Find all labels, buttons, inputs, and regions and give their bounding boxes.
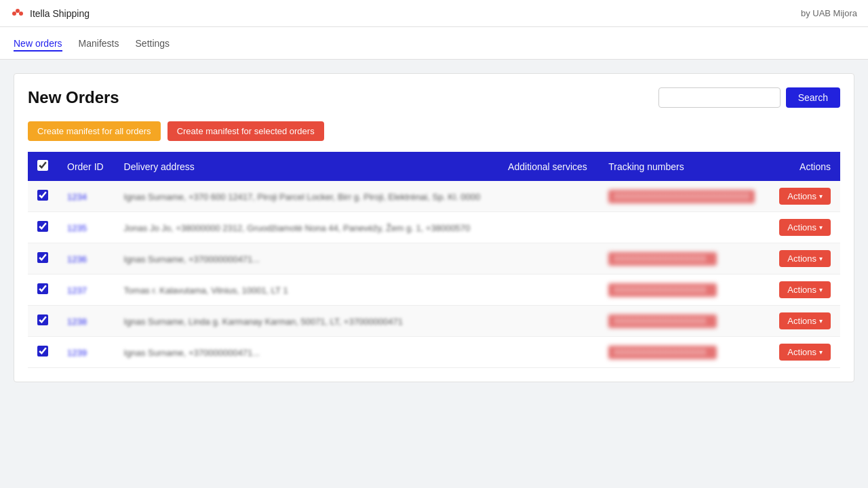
row-checkbox[interactable] xyxy=(37,314,48,325)
caret-icon: ▾ xyxy=(819,192,823,200)
create-manifest-all-button[interactable]: Create manifest for all orders xyxy=(28,121,161,141)
select-all-checkbox[interactable] xyxy=(37,160,48,171)
caret-icon: ▾ xyxy=(819,224,823,231)
orders-table: Order ID Delivery address Additional ser… xyxy=(28,152,840,368)
delivery-address-cell: Ignas Surname, +370 600 12417, Piroji Pa… xyxy=(115,181,499,212)
additional-services-cell xyxy=(498,243,599,274)
caret-icon: ▾ xyxy=(819,286,823,293)
header-order-id: Order ID xyxy=(58,152,115,181)
tracking-number-badge: XXXXXXXXXXXXXXXXX xyxy=(608,314,717,328)
nav-settings[interactable]: Settings xyxy=(136,35,170,52)
actions-button[interactable]: Actions ▾ xyxy=(779,281,831,298)
actions-button[interactable]: Actions ▾ xyxy=(779,250,831,267)
actions-cell: Actions ▾ xyxy=(768,274,840,306)
action-buttons: Create manifest for all orders Create ma… xyxy=(28,121,840,141)
additional-services-cell xyxy=(498,274,599,306)
actions-label: Actions xyxy=(787,222,816,232)
actions-label: Actions xyxy=(787,347,816,357)
order-id-cell: 1239 xyxy=(58,337,115,368)
svg-point-2 xyxy=(19,12,23,16)
order-id-link[interactable]: 1235 xyxy=(67,223,87,233)
actions-label: Actions xyxy=(787,253,816,264)
tracking-number-badge: XXXXXXXXXXXXXXXXX xyxy=(608,283,717,297)
tracking-numbers-cell: XXXXXXXXXXXXXXXXX xyxy=(599,243,768,274)
order-id-cell: 1234 xyxy=(58,181,115,212)
table-row: 1235 Jonas Jo Jo, +38000000 2312, Gruodž… xyxy=(28,212,840,243)
order-id-link[interactable]: 1237 xyxy=(67,285,87,296)
order-id-link[interactable]: 1239 xyxy=(67,348,87,358)
row-checkbox[interactable] xyxy=(37,252,48,263)
navbar: New orders Manifests Settings xyxy=(0,27,868,60)
brand-icon xyxy=(11,7,24,20)
delivery-address: Tomas r. Kalavutama, Vilnius, 10001, LT … xyxy=(124,285,288,296)
brand-name: Itella Shipping xyxy=(30,8,90,19)
header-actions: Actions xyxy=(768,152,840,181)
header-checkbox-cell xyxy=(28,152,58,181)
additional-services-cell xyxy=(498,337,599,368)
table-row: 1236 Ignas Surname, +370000000471... XXX… xyxy=(28,243,840,274)
order-id-link[interactable]: 1238 xyxy=(67,317,87,327)
additional-services-cell xyxy=(498,181,599,212)
header-tracking-numbers: Tracking numbers xyxy=(599,152,768,181)
tracking-number-badge: XXXXXXXXXXXXXXXXXXXXXXXXX xyxy=(608,190,755,203)
table-row: 1234 Ignas Surname, +370 600 12417, Piro… xyxy=(28,181,840,212)
main-content: New Orders Search Create manifest for al… xyxy=(0,60,868,396)
additional-services-cell xyxy=(498,306,599,337)
delivery-address: Ignas Surname, +370 600 12417, Piroji Pa… xyxy=(124,192,481,202)
search-input[interactable] xyxy=(658,87,781,108)
brand: Itella Shipping xyxy=(11,7,90,20)
content-header: New Orders Search xyxy=(28,87,840,108)
tracking-numbers-cell: XXXXXXXXXXXXXXXXX xyxy=(599,306,768,337)
row-checkbox[interactable] xyxy=(37,283,48,294)
caret-icon: ▾ xyxy=(819,348,823,356)
svg-point-1 xyxy=(16,9,20,13)
actions-cell: Actions ▾ xyxy=(768,181,840,212)
row-checkbox-cell xyxy=(28,212,58,243)
search-area: Search xyxy=(658,87,840,108)
tracking-numbers-cell: XXXXXXXXXXXXXXXXX xyxy=(599,274,768,306)
create-manifest-selected-button[interactable]: Create manifest for selected orders xyxy=(167,121,324,141)
row-checkbox-cell xyxy=(28,243,58,274)
delivery-address-cell: Ignas Surname, +370000000471... xyxy=(115,337,499,368)
header-delivery-address: Delivery address xyxy=(115,152,499,181)
row-checkbox-cell xyxy=(28,306,58,337)
header-additional-services: Additional services xyxy=(498,152,599,181)
actions-button[interactable]: Actions ▾ xyxy=(779,312,831,329)
tracking-numbers-cell xyxy=(599,212,768,243)
tracking-number-badge: XXXXXXXXXXXXXXXXX xyxy=(608,252,717,266)
caret-icon: ▾ xyxy=(819,255,823,262)
actions-button[interactable]: Actions ▾ xyxy=(779,188,831,205)
table-row: 1238 Ignas Surname, Linda g. Karmanay Ka… xyxy=(28,306,840,337)
delivery-address-cell: Ignas Surname, Linda g. Karmanay Karman,… xyxy=(115,306,499,337)
nav-manifests[interactable]: Manifests xyxy=(79,35,119,52)
delivery-address-cell: Tomas r. Kalavutama, Vilnius, 10001, LT … xyxy=(115,274,499,306)
actions-label: Actions xyxy=(787,285,816,295)
delivery-address: Ignas Surname, +370000000471... xyxy=(124,254,260,264)
table-row: 1239 Ignas Surname, +370000000471... XXX… xyxy=(28,337,840,368)
search-button[interactable]: Search xyxy=(786,87,840,108)
actions-button[interactable]: Actions ▾ xyxy=(779,344,831,361)
order-id-link[interactable]: 1236 xyxy=(67,254,87,264)
row-checkbox-cell xyxy=(28,181,58,212)
actions-cell: Actions ▾ xyxy=(768,243,840,274)
tracking-numbers-cell: XXXXXXXXXXXXXXXXX xyxy=(599,337,768,368)
svg-point-0 xyxy=(12,12,16,16)
row-checkbox[interactable] xyxy=(37,346,48,357)
delivery-address: Jonas Jo Jo, +38000000 2312, Gruodžiamot… xyxy=(124,223,471,233)
row-checkbox[interactable] xyxy=(37,221,48,232)
actions-cell: Actions ▾ xyxy=(768,212,840,243)
table-body: 1234 Ignas Surname, +370 600 12417, Piro… xyxy=(28,181,840,368)
actions-label: Actions xyxy=(787,316,816,326)
topbar: Itella Shipping by UAB Mijora xyxy=(0,0,868,27)
order-id-cell: 1236 xyxy=(58,243,115,274)
row-checkbox[interactable] xyxy=(37,190,48,201)
row-checkbox-cell xyxy=(28,337,58,368)
order-id-link[interactable]: 1234 xyxy=(67,192,87,202)
order-id-cell: 1238 xyxy=(58,306,115,337)
row-checkbox-cell xyxy=(28,274,58,306)
actions-button[interactable]: Actions ▾ xyxy=(779,219,831,236)
table-row: 1237 Tomas r. Kalavutama, Vilnius, 10001… xyxy=(28,274,840,306)
caret-icon: ▾ xyxy=(819,317,823,325)
additional-services-cell xyxy=(498,212,599,243)
nav-new-orders[interactable]: New orders xyxy=(14,35,62,52)
